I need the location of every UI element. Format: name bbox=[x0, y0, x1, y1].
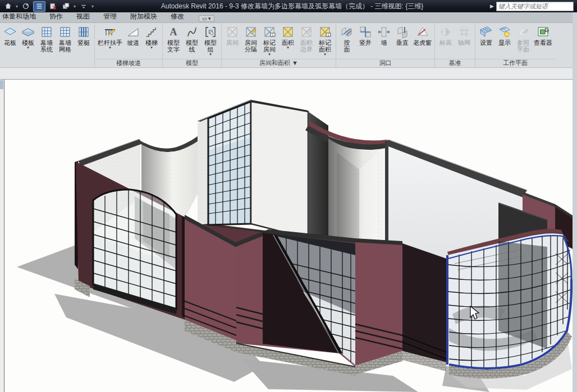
panel-title-1: 楼梯坡道 bbox=[95, 59, 162, 67]
opening-shaft-icon bbox=[359, 25, 372, 39]
title-bar: ▾▾▾ Autodesk Revit 2016 - 9-3 修改幕墙为多边形幕墙… bbox=[0, 0, 577, 12]
tag-area-icon: 1 bbox=[318, 25, 332, 39]
orbit-button[interactable] bbox=[20, 2, 31, 11]
ribbon-button-1-2[interactable]: 楼梯▾ bbox=[143, 24, 161, 50]
ribbon-button-2-0[interactable]: A模型 文字 bbox=[164, 24, 182, 53]
ribbon-button-1-1[interactable]: 坡道 bbox=[124, 24, 142, 47]
ref-plane-icon bbox=[516, 25, 530, 39]
customize-qat-button[interactable] bbox=[78, 2, 89, 11]
ramp-icon bbox=[126, 25, 140, 39]
ribbon-button-label: 花板 bbox=[4, 39, 16, 46]
panel-title-2: 模型 bbox=[163, 59, 221, 67]
ribbon-button-label: 按 面 bbox=[344, 39, 350, 53]
window-title: Autodesk Revit 2016 - 9-3 修改幕墙为多边形幕墙及弧形幕… bbox=[94, 2, 490, 11]
viewport-left-gutter bbox=[0, 79, 4, 392]
ribbon-panel-1: 栏杆扶手▾坡道楼梯▾楼梯坡道 bbox=[94, 23, 162, 67]
search-expand-icon[interactable]: ▶ bbox=[490, 3, 494, 9]
switch-windows-button-dropdown[interactable]: ▾ bbox=[73, 4, 76, 9]
dropdown-caret-icon: ▾ bbox=[27, 46, 29, 49]
ribbon-button-label: 幕墙 系统 bbox=[40, 39, 53, 53]
panel-title-0 bbox=[0, 59, 94, 67]
svg-text:1: 1 bbox=[328, 33, 329, 36]
ribbon-button-4-1[interactable]: 竖井 bbox=[356, 24, 374, 47]
room-icon bbox=[226, 25, 239, 39]
ribbon-button-6-2[interactable]: 参照 平面 bbox=[514, 24, 532, 53]
ribbon-display-toggle[interactable]: ▭ ▾ bbox=[199, 15, 214, 22]
ribbon-tab-4[interactable]: 附加模块 bbox=[123, 11, 164, 22]
home-3d-button[interactable] bbox=[2, 2, 13, 11]
ribbon-button-5-0[interactable]: 标高 bbox=[437, 24, 455, 47]
ribbon-button-label: 坡道 bbox=[127, 39, 139, 46]
stair-icon bbox=[145, 25, 158, 39]
opening-face-icon bbox=[340, 25, 354, 39]
ribbon-tab-3[interactable]: 管理 bbox=[97, 11, 123, 22]
dropdown-caret-icon: ▾ bbox=[287, 46, 289, 49]
opening-vertical-icon bbox=[396, 25, 409, 39]
ribbon-button-0-2[interactable]: 幕墙 系统 bbox=[38, 24, 56, 53]
ribbon-tab-0[interactable]: 体量和场地 bbox=[0, 11, 43, 22]
ribbon-button-4-4[interactable]: 老虎窗 bbox=[412, 24, 433, 47]
ribbon-button-3-4[interactable]: 面积 边界 bbox=[297, 24, 315, 53]
ribbon-button-label: 轴网 bbox=[458, 39, 470, 46]
ribbon-button-3-2[interactable]: 1标记 房间▾ bbox=[260, 24, 278, 57]
ribbon: 花板楼板▾幕墙 系统幕墙 网格竖梃栏杆扶手▾坡道楼梯▾楼梯坡道A模型 文字模型 … bbox=[0, 23, 573, 68]
switch-windows-button[interactable] bbox=[60, 2, 71, 11]
ribbon-button-label: 查看器 bbox=[534, 39, 552, 46]
ribbon-button-3-5[interactable]: 1标记 面积▾ bbox=[316, 24, 334, 57]
ribbon-button-6-1[interactable]: 显示 bbox=[496, 24, 514, 47]
railing-icon bbox=[103, 25, 117, 39]
ribbon-button-4-0[interactable]: 按 面 bbox=[338, 24, 356, 53]
grid-axis-icon bbox=[457, 25, 471, 39]
panel-title-3[interactable]: 房间和面积 ▼ bbox=[222, 59, 336, 67]
ribbon-button-0-1[interactable]: 楼板▾ bbox=[19, 24, 37, 50]
dropdown-caret-icon: ▾ bbox=[268, 53, 271, 56]
ribbon-button-3-3[interactable]: 面积▾ bbox=[279, 24, 297, 50]
ribbon-button-3-0[interactable]: 房间 bbox=[223, 24, 241, 47]
ribbon-button-2-1[interactable]: 模型 线 bbox=[183, 24, 201, 53]
scroll-corner bbox=[0, 80, 3, 89]
ribbon-button-1-0[interactable]: 栏杆扶手▾ bbox=[97, 24, 123, 50]
ribbon-button-6-0[interactable]: 设置 bbox=[477, 24, 495, 47]
ribbon-button-label: 标记 房间 bbox=[263, 39, 276, 53]
ribbon-button-label: 面积 边界 bbox=[300, 39, 313, 53]
ribbon-button-label: 设置 bbox=[480, 39, 492, 46]
ribbon-button-3-1[interactable]: 房间 分隔 bbox=[242, 24, 260, 53]
wp-show-icon bbox=[498, 25, 511, 39]
ribbon-button-label: 标高 bbox=[439, 39, 452, 46]
ribbon-button-5-1[interactable]: 轴网 bbox=[455, 24, 473, 47]
dropdown-caret-icon: ▾ bbox=[209, 53, 212, 56]
ribbon-button-4-2[interactable]: 墙 bbox=[375, 24, 393, 47]
ribbon-button-6-3[interactable]: 查看器 bbox=[533, 24, 553, 47]
ribbon-button-label: 模型 文字 bbox=[167, 39, 180, 53]
floor-icon bbox=[21, 25, 35, 39]
search-area: ▶ bbox=[490, 2, 577, 11]
home-3d-button-dropdown[interactable]: ▾ bbox=[15, 4, 19, 9]
curtain-grid-icon bbox=[58, 25, 72, 39]
area-icon bbox=[281, 25, 295, 39]
ribbon-tab-1[interactable]: 协作 bbox=[43, 11, 70, 22]
ribbon-button-label: 参照 平面 bbox=[517, 39, 529, 53]
ribbon-panel-5: 标高轴网基准 bbox=[434, 23, 475, 67]
ribbon-button-0-0[interactable]: 花板 bbox=[2, 24, 19, 47]
quick-access-toolbar: ▾▾▾ bbox=[0, 1, 94, 12]
ribbon-tab-5[interactable]: 修改 bbox=[164, 11, 191, 22]
level-icon bbox=[439, 25, 452, 39]
ribbon-panel-0: 花板楼板▾幕墙 系统幕墙 网格竖梃 bbox=[0, 23, 94, 67]
ribbon-button-label: 房间 分隔 bbox=[245, 39, 257, 53]
ribbon-button-0-4[interactable]: 竖梃 bbox=[75, 24, 93, 47]
ribbon-panel-3: 房间房间 分隔1标记 房间▾面积▾面积 边界1标记 面积▾房间和面积 ▼ bbox=[221, 23, 336, 67]
ribbon-button-0-3[interactable]: 幕墙 网格 bbox=[56, 24, 74, 53]
ribbon-tab-2[interactable]: 视图 bbox=[70, 11, 97, 22]
curved-curtain-wall-selected[interactable] bbox=[447, 229, 572, 379]
thin-lines-button[interactable] bbox=[33, 1, 45, 12]
close-inactive-button[interactable] bbox=[47, 2, 58, 11]
model-line-icon bbox=[185, 25, 199, 39]
ribbon-button-4-3[interactable]: 垂直 bbox=[393, 24, 411, 47]
ribbon-button-label: 显示 bbox=[498, 39, 511, 46]
panel-title-6: 工作平面 bbox=[475, 59, 555, 67]
ribbon-button-2-2[interactable]: 模型 组▾ bbox=[202, 24, 219, 57]
ribbon-button-label: 模型 线 bbox=[186, 39, 198, 53]
drawing-area-3d-view[interactable] bbox=[4, 80, 573, 392]
tag-room-icon: 1 bbox=[263, 25, 276, 39]
help-search-input[interactable] bbox=[496, 2, 574, 11]
